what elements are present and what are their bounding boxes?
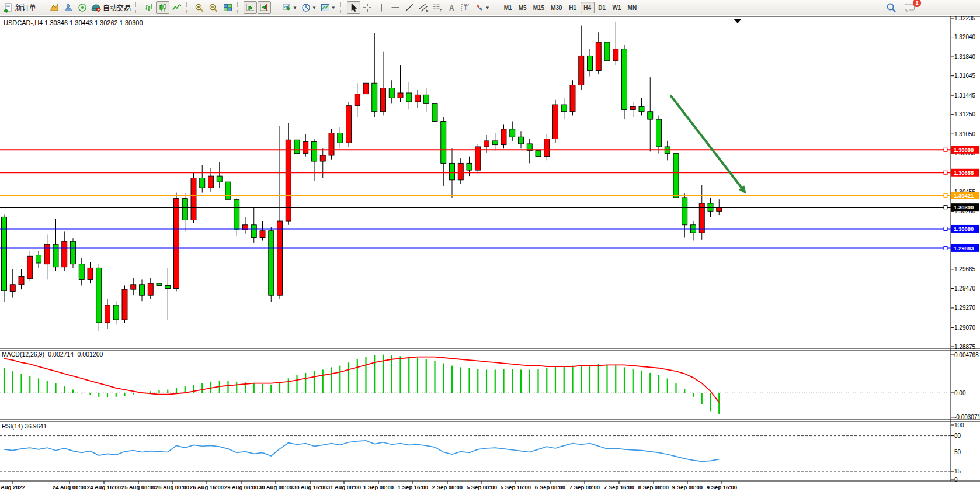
rsi-line: [4, 441, 719, 461]
timeframe-m5[interactable]: M5: [516, 2, 530, 13]
rsi-level-lines: [0, 436, 951, 471]
chevron-down-icon: ▼: [312, 5, 317, 11]
svg-text:1.29470: 1.29470: [954, 285, 976, 292]
svg-text:1.32040: 1.32040: [954, 34, 976, 40]
svg-text:1.31840: 1.31840: [954, 54, 976, 60]
timeframe-m15[interactable]: M15: [530, 2, 547, 13]
bar-chart-type-button[interactable]: [142, 1, 155, 14]
text-icon: A: [447, 3, 456, 12]
equidistant-channel-tool-button[interactable]: E: [417, 1, 430, 14]
timeframe-mn[interactable]: MN: [625, 2, 640, 13]
timeframe-h4[interactable]: H4: [581, 2, 595, 13]
line-chart-type-button[interactable]: [170, 1, 183, 14]
svg-text:31 Aug 08:00: 31 Aug 08:00: [327, 484, 361, 490]
svg-text:1.32235: 1.32235: [954, 15, 976, 22]
new-order-button[interactable]: 新订单: [2, 1, 38, 14]
trendline-icon: [405, 3, 414, 12]
fibonacci-icon: F: [433, 3, 443, 12]
chart-shift-icon: [259, 3, 269, 12]
chart-shift-button[interactable]: [258, 1, 271, 14]
svg-text:9 Sep 16:00: 9 Sep 16:00: [707, 484, 737, 490]
svg-text:1 Sep 16:00: 1 Sep 16:00: [398, 484, 428, 490]
text-label-tool-button[interactable]: T: [459, 1, 472, 14]
trendline-tool-button[interactable]: [403, 1, 416, 14]
auto-trading-icon: [91, 3, 101, 12]
new-chart-dropdown[interactable]: ▼: [280, 1, 299, 14]
tile-windows-icon: [223, 3, 232, 12]
new-order-label: 新订单: [15, 3, 36, 13]
trend-arrow[interactable]: [670, 95, 746, 194]
svg-text:1.30888: 1.30888: [954, 147, 974, 153]
templates-dropdown[interactable]: ▼: [319, 1, 338, 14]
toolbar: 新订单 自动交易: [0, 0, 980, 15]
clock-icon: [301, 3, 311, 12]
fibonacci-tool-button[interactable]: F: [431, 1, 444, 14]
svg-text:1.29665: 1.29665: [954, 266, 976, 272]
crosshair-tool-button[interactable]: [361, 1, 374, 14]
line-chart-icon: [172, 3, 182, 12]
toolbar-right-group: 1: [884, 1, 918, 14]
tile-windows-button[interactable]: [221, 1, 234, 14]
svg-text:1.30421: 1.30421: [954, 192, 974, 199]
candlestick-chart-type-button[interactable]: [156, 1, 169, 14]
toolbar-separator: [495, 2, 499, 13]
svg-text:1.30655: 1.30655: [954, 170, 974, 176]
svg-text:24 Aug 16:00: 24 Aug 16:00: [87, 484, 121, 490]
arrow-objects-icon: [475, 3, 484, 12]
svg-text:50: 50: [954, 449, 961, 455]
horizontal-line-icon: [391, 3, 400, 12]
candlestick-series: [2, 22, 722, 331]
notifications-button[interactable]: 1: [903, 1, 918, 14]
text-tool-button[interactable]: A: [445, 1, 458, 14]
timeframe-h1[interactable]: H1: [566, 2, 580, 13]
timeframe-w1[interactable]: W1: [610, 2, 624, 13]
level-lines[interactable]: 1.308881.306551.304211.303001.300801.298…: [0, 146, 979, 252]
timeframe-m1[interactable]: M1: [501, 2, 515, 13]
chart-canvas[interactable]: 1.322351.320401.318401.316451.314451.312…: [0, 15, 980, 491]
search-button[interactable]: [884, 1, 898, 14]
toolbar-separator: [274, 2, 278, 13]
timeframe-m30[interactable]: M30: [548, 2, 565, 13]
arrows-tool-dropdown[interactable]: ▼: [473, 1, 492, 14]
macd-signal-line: [4, 357, 719, 403]
chevron-down-icon: ▼: [331, 5, 336, 11]
toolbar-separator: [340, 2, 345, 13]
svg-text:1.31250: 1.31250: [954, 111, 976, 117]
auto-trading-button[interactable]: 自动交易: [89, 1, 133, 14]
svg-text:9 Sep 00:00: 9 Sep 00:00: [672, 484, 703, 490]
signals-button[interactable]: [75, 1, 89, 14]
svg-text:E: E: [426, 8, 429, 12]
svg-text:1.29270: 1.29270: [954, 305, 976, 311]
horizontal-line-tool-button[interactable]: [389, 1, 402, 14]
rsi-label: RSI(14) 36.9641: [2, 423, 47, 430]
gold-chart-icon: [50, 3, 59, 12]
signal-icon: [78, 3, 87, 12]
crosshair-icon: [363, 3, 372, 12]
svg-text:2 Sep 08:00: 2 Sep 08:00: [432, 484, 463, 490]
shift-marker-icon[interactable]: [734, 19, 742, 23]
svg-text:A: A: [449, 4, 454, 12]
zoom-out-button[interactable]: [207, 1, 220, 14]
market-watch-button[interactable]: [47, 1, 61, 14]
svg-text:30 Aug 16:00: 30 Aug 16:00: [293, 484, 327, 490]
periods-dropdown[interactable]: ▼: [300, 1, 318, 14]
chart-title: USDCAD-,H4 1.30346 1.30443 1.30262 1.303…: [4, 19, 143, 26]
svg-text:80: 80: [954, 433, 961, 439]
toolbar-separator: [41, 2, 45, 13]
auto-scroll-button[interactable]: [244, 1, 257, 14]
time-axis[interactable]: Aug 202224 Aug 00:0024 Aug 16:0025 Aug 0…: [1, 481, 737, 490]
new-chart-icon: [282, 3, 291, 12]
svg-text:0.004768: 0.004768: [954, 352, 979, 358]
profile-button[interactable]: [61, 1, 75, 14]
zoom-in-button[interactable]: [193, 1, 206, 14]
candlestick-chart-icon: [158, 3, 168, 12]
cursor-icon: [349, 3, 358, 12]
svg-text:24 Aug 00:00: 24 Aug 00:00: [53, 484, 86, 490]
cursor-tool-button[interactable]: [347, 1, 360, 14]
chart-frame: [0, 16, 980, 481]
svg-text:8 Sep 08:00: 8 Sep 08:00: [638, 484, 669, 490]
svg-text:1 Sep 00:00: 1 Sep 00:00: [363, 484, 394, 490]
vertical-line-tool-button[interactable]: [375, 1, 388, 14]
toolbar-separator: [135, 2, 140, 13]
timeframe-d1[interactable]: D1: [595, 2, 609, 13]
